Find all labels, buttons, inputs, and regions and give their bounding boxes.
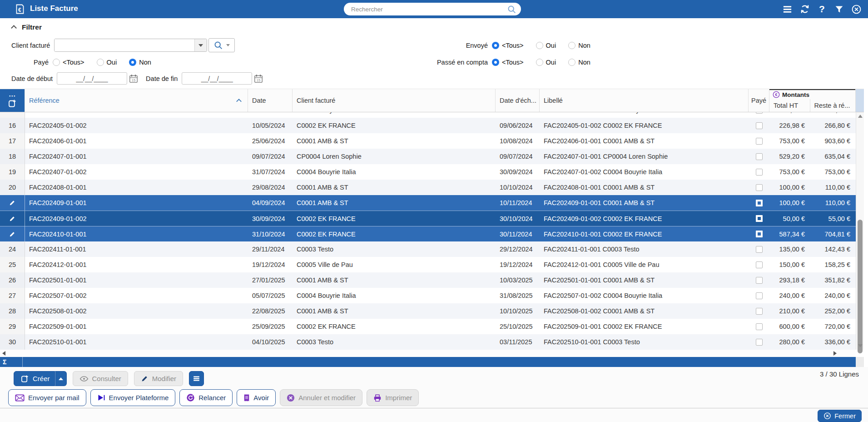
table-row[interactable]: FAC202409-01-00104/09/2024C0001 AMB & ST… <box>0 195 856 211</box>
column-header-due-date[interactable]: Date d'éch... <box>496 89 540 112</box>
relaunch-button[interactable]: Relancer <box>179 389 233 406</box>
table-row[interactable]: 30FAC202510-01-00104/10/2025C0003 Testo0… <box>0 334 856 350</box>
table-row[interactable]: 28FAC202508-01-00222/08/2025C0001 AMB & … <box>0 303 856 319</box>
row-number: 19 <box>0 164 25 180</box>
close-window-button[interactable]: Fermer <box>818 410 862 422</box>
paid-checkbox[interactable] <box>756 277 763 284</box>
scroll-down-icon[interactable] <box>858 344 863 347</box>
paid-checkbox[interactable] <box>756 215 763 222</box>
row-edit-pencil[interactable] <box>0 195 25 211</box>
paid-checkbox[interactable] <box>756 308 763 315</box>
paid-checkbox[interactable] <box>756 323 763 330</box>
paid-checkbox[interactable] <box>756 169 763 176</box>
cell-date: 19/12/2024 <box>248 261 293 268</box>
row-edit-pencil[interactable] <box>0 211 25 226</box>
create-dropdown-button[interactable] <box>55 371 67 386</box>
cell-total-ht: 293,18 € <box>769 276 810 284</box>
column-header-total-ht[interactable]: Total HT <box>769 99 810 112</box>
horizontal-scrollbar[interactable] <box>0 350 856 357</box>
table-row[interactable]: 24FAC202411-01-00129/11/2024C0003 Testo2… <box>0 241 856 257</box>
envoye-radio-oui[interactable]: Oui <box>536 42 556 49</box>
client-input[interactable] <box>55 39 194 51</box>
credit-note-button[interactable]: Avoir <box>237 389 276 406</box>
column-header-reference[interactable]: Référence <box>25 89 248 112</box>
column-header-client[interactable]: Client facturé <box>293 89 496 112</box>
vertical-scrollbar-thumb[interactable] <box>858 220 863 353</box>
table-row[interactable]: 27FAC202507-01-00205/07/2025C0004 Bouyri… <box>0 288 856 303</box>
date-fin-input[interactable] <box>182 72 252 85</box>
modify-button[interactable]: Modifier <box>134 371 183 386</box>
passe-radio-oui[interactable]: Oui <box>536 59 556 66</box>
cancel-modify-button[interactable]: Annuler et modifier <box>280 389 362 406</box>
table-row[interactable]: 18FAC202407-01-00109/07/2024CP0004 Loren… <box>0 149 856 164</box>
cell-due-date: 19/12/2024 <box>496 261 540 268</box>
paye-radio-oui[interactable]: Oui <box>97 59 117 66</box>
cell-libelle: FAC202407-01-002 C0004 Bouyrie Italia <box>540 168 749 176</box>
print-button[interactable]: Imprimer <box>367 389 419 406</box>
paye-radio-tous[interactable]: <Tous> <box>53 59 84 66</box>
passe-radio-tous[interactable]: <Tous> <box>492 59 524 66</box>
paye-radio-non[interactable]: Non <box>129 59 151 66</box>
filter-icon[interactable] <box>834 4 844 15</box>
paid-checkbox[interactable] <box>756 339 763 346</box>
table-row[interactable]: 25FAC202412-01-00119/12/2024C0005 Ville … <box>0 257 856 272</box>
search-input[interactable] <box>351 6 507 13</box>
create-button[interactable]: Créer <box>14 371 55 386</box>
row-edit-pencil[interactable] <box>0 226 25 242</box>
column-header-paye[interactable]: Payé <box>749 89 769 112</box>
date-debut-input[interactable] <box>57 72 127 85</box>
consult-button[interactable]: Consulter <box>73 371 128 386</box>
paid-checkbox[interactable] <box>756 246 763 253</box>
paid-checkbox[interactable] <box>756 153 763 160</box>
menu-icon[interactable] <box>782 4 793 15</box>
cell-client: C0001 AMB & ST <box>293 307 496 315</box>
cell-reste: 753,00 € <box>810 168 856 176</box>
add-file-icon <box>8 99 17 108</box>
table-row[interactable]: 19FAC202407-01-00231/07/2024C0004 Bouyri… <box>0 164 856 180</box>
client-combobox[interactable] <box>54 39 207 52</box>
send-platform-button[interactable]: Envoyer Plateforme <box>90 389 176 406</box>
close-icon[interactable] <box>851 4 862 15</box>
table-row[interactable]: 17FAC202406-01-00125/06/2024C0001 AMB & … <box>0 133 856 149</box>
row-number: 26 <box>0 272 25 288</box>
send-mail-button[interactable]: Envoyer par mail <box>8 389 86 406</box>
global-search[interactable] <box>344 3 521 15</box>
vertical-scrollbar[interactable] <box>856 112 864 350</box>
refresh-icon[interactable] <box>799 4 810 15</box>
cell-total-ht: 529,20 € <box>769 153 810 160</box>
passe-radio-non[interactable]: Non <box>568 59 590 66</box>
column-header-libelle[interactable]: Libellé <box>540 89 749 112</box>
paid-checkbox[interactable] <box>756 261 763 268</box>
column-header-date[interactable]: Date <box>248 89 293 112</box>
table-row[interactable]: 15FAC202405-01-00107/05/2024C0004 Bouyri… <box>0 112 856 118</box>
more-actions-button[interactable] <box>189 371 204 386</box>
paid-checkbox[interactable] <box>756 200 763 206</box>
table-row[interactable]: 29FAC202509-01-00125/09/2025C0002 EK FRA… <box>0 319 856 334</box>
column-header-reste[interactable]: Reste à ré... <box>810 99 855 112</box>
search-icon[interactable] <box>507 5 516 14</box>
calendar-icon[interactable]: 15 <box>129 73 139 84</box>
table-corner-menu[interactable]: ⋯ <box>0 89 25 112</box>
help-icon[interactable]: ? <box>817 4 827 15</box>
envoye-radio-tous[interactable]: <Tous> <box>492 42 524 49</box>
client-search-button[interactable] <box>208 38 235 52</box>
collapse-chevron-icon[interactable] <box>11 25 17 31</box>
table-row[interactable]: 16FAC202405-01-00210/05/2024C0002 EK FRA… <box>0 118 856 133</box>
scroll-left-icon[interactable] <box>2 351 5 356</box>
paid-checkbox[interactable] <box>756 184 763 191</box>
calendar-icon[interactable]: 15 <box>253 73 264 84</box>
paid-checkbox[interactable] <box>756 122 763 129</box>
table-row[interactable]: FAC202410-01-00131/10/2024C0002 EK FRANC… <box>0 226 856 241</box>
scroll-up-icon[interactable] <box>858 115 863 118</box>
paid-checkbox[interactable] <box>756 292 763 299</box>
scroll-right-icon[interactable] <box>833 351 837 356</box>
cell-due-date: 03/11/2025 <box>496 338 540 346</box>
table-row[interactable]: 20FAC202408-01-00129/08/2024C0001 AMB & … <box>0 180 856 195</box>
envoye-radio-non[interactable]: Non <box>568 42 590 49</box>
table-row[interactable]: 26FAC202501-01-00127/01/2025C0001 AMB & … <box>0 272 856 288</box>
paid-checkbox[interactable] <box>756 138 763 145</box>
client-dropdown-button[interactable] <box>194 39 207 51</box>
table-row[interactable]: FAC202409-01-00230/09/2024C0002 EK FRANC… <box>0 211 856 226</box>
paid-checkbox[interactable] <box>756 112 763 114</box>
paid-checkbox[interactable] <box>756 231 763 237</box>
